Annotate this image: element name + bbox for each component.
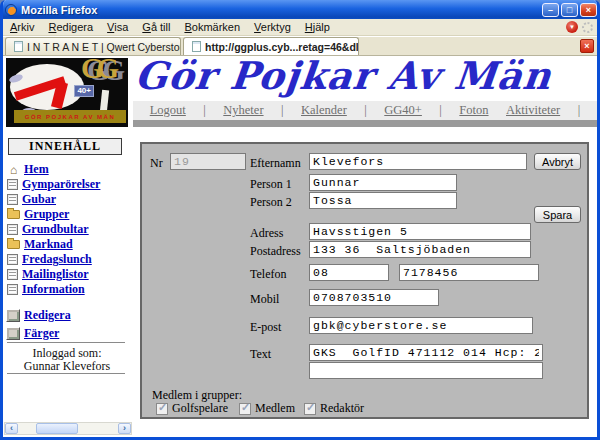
menu-visa[interactable]: Visa <box>100 20 135 34</box>
document-icon <box>7 284 18 295</box>
text-field-1[interactable] <box>309 344 543 361</box>
sidebar-link-mailinglistor[interactable]: Mailinglistor <box>22 267 89 282</box>
menu-ga-till[interactable]: Gå till <box>135 20 177 34</box>
text-label: Text <box>250 347 271 362</box>
sidebar-link-hem[interactable]: Hem <box>24 162 49 177</box>
nav-link-aktiviteter[interactable]: Aktiviteter <box>506 103 560 118</box>
postadress-label: Postadress <box>250 244 301 259</box>
check-icon: ✓ <box>158 401 167 414</box>
sidebar-divider <box>7 342 125 343</box>
checkbox-redaktor[interactable]: ✓ <box>304 403 316 415</box>
sidebar-item-gymparorelser: Gymparörelser <box>7 177 100 192</box>
telefon-label: Telefon <box>250 267 286 282</box>
mobil-label: Mobil <box>250 292 279 307</box>
sidebar-item-gubar: Gubar <box>7 192 100 207</box>
maximize-button[interactable]: □ <box>561 3 578 17</box>
efternamn-field[interactable] <box>309 153 527 170</box>
sidebar-link-gubar[interactable]: Gubar <box>22 192 56 207</box>
menu-bar: Arkiv Redigera Visa Gå till Bokmärken Ve… <box>3 19 597 36</box>
checkbox-medlem[interactable]: ✓ <box>239 403 251 415</box>
sidebar-divider <box>7 373 125 374</box>
person2-field[interactable] <box>309 192 457 209</box>
logo-caption: GÖR POJKAR AV MÄN <box>25 114 116 120</box>
sidebar-link-grupper[interactable]: Grupper <box>24 207 69 222</box>
page-content: GG 40+ GÖR POJKAR AV MÄN INNEHÅLL ⌂ Hem … <box>3 56 597 437</box>
sidebar-item-mailinglistor: Mailinglistor <box>7 267 100 282</box>
sidebar-tools: Redigera Färger <box>6 306 71 342</box>
nav-link-logout[interactable]: Logout <box>150 103 186 118</box>
document-icon <box>7 254 18 265</box>
nav-separator: | <box>281 103 284 118</box>
telefon-nummer-field[interactable] <box>399 264 539 281</box>
checkbox-label: Redaktör <box>320 401 364 416</box>
colors-tool-icon <box>6 327 20 340</box>
sidebar-item-grundbultar: Grundbultar <box>7 222 100 237</box>
sidebar-item-grupper: Grupper <box>7 207 100 222</box>
close-tab-icon[interactable]: × <box>580 39 594 53</box>
folder-icon <box>7 240 20 249</box>
nav-link-nyheter[interactable]: Nyheter <box>223 103 263 118</box>
sidebar-item-redigera: Redigera <box>6 306 71 324</box>
person2-label: Person 2 <box>250 195 292 210</box>
minimize-button[interactable]: – <box>542 3 559 17</box>
postadress-field[interactable] <box>309 241 531 258</box>
menu-verktyg[interactable]: Verktyg <box>247 20 298 34</box>
page-title: Gör Pojkar Av Män <box>132 53 599 101</box>
mobil-field[interactable] <box>309 289 439 306</box>
document-icon <box>7 224 18 235</box>
nr-field <box>170 153 246 170</box>
nav-separator: | <box>439 103 442 118</box>
sidebar-link-gymparorelser[interactable]: Gymparörelser <box>22 177 100 192</box>
nr-label: Nr <box>150 156 163 171</box>
checkbox-label: Golfspelare <box>172 401 228 416</box>
spara-button[interactable]: Spara <box>534 206 581 223</box>
sidebar-link-fredagslunch[interactable]: Fredagslunch <box>22 252 92 267</box>
window-title: Mozilla Firefox <box>21 4 540 16</box>
logo-gg-letters: GG <box>81 58 112 85</box>
tab-label: http://ggplus.cyb...retag=46&dlg=CGI <box>205 41 359 53</box>
sidebar: GG 40+ GÖR POJKAR AV MÄN INNEHÅLL ⌂ Hem … <box>3 56 133 437</box>
sidebar-link-redigera[interactable]: Redigera <box>24 308 71 323</box>
menu-arkiv[interactable]: Arkiv <box>3 20 41 34</box>
update-icon[interactable]: ▼ <box>566 21 578 33</box>
header-divider-bar <box>133 120 597 127</box>
text-field-2[interactable] <box>309 362 543 379</box>
firefox-icon <box>5 4 17 16</box>
sidebar-horizontal-scrollbar[interactable]: ‹ › <box>4 422 132 435</box>
sidebar-item-information: Information <box>7 282 100 297</box>
menu-redigera[interactable]: Redigera <box>41 20 100 34</box>
group-golfspelare: ✓ Golfspelare <box>156 401 228 416</box>
page-icon <box>14 41 23 52</box>
close-button[interactable]: × <box>580 3 597 17</box>
nav-separator: | <box>203 103 206 118</box>
logged-in-user: Gunnar Klevefors <box>3 359 131 374</box>
logo-caption-band: GÖR POJKAR AV MÄN <box>14 110 126 123</box>
person1-field[interactable] <box>309 174 457 191</box>
epost-field[interactable] <box>309 317 533 334</box>
nav-link-gg40[interactable]: GG40+ <box>384 103 422 118</box>
sidebar-link-marknad[interactable]: Marknad <box>24 237 73 252</box>
menu-bokmarken[interactable]: Bokmärken <box>177 20 247 34</box>
menu-hjalp[interactable]: Hjälp <box>298 20 337 34</box>
main-area: Gör Pojkar Av Män Logout | Nyheter | Kal… <box>133 56 597 437</box>
sidebar-link-information[interactable]: Information <box>22 282 85 297</box>
sidebar-link-grundbultar[interactable]: Grundbultar <box>22 222 89 237</box>
scroll-right-icon[interactable]: › <box>118 423 131 434</box>
scrollbar-thumb[interactable] <box>36 423 78 434</box>
avbryt-button[interactable]: Avbryt <box>534 153 581 170</box>
checkbox-golfspelare[interactable]: ✓ <box>156 403 168 415</box>
scroll-left-icon[interactable]: ‹ <box>5 423 18 434</box>
adress-field[interactable] <box>309 223 531 240</box>
nav-link-kalender[interactable]: Kalender <box>301 103 347 118</box>
checkbox-label: Medlem <box>255 401 295 416</box>
sidebar-heading: INNEHÅLL <box>8 138 122 155</box>
group-medlem: ✓ Medlem <box>239 401 295 416</box>
document-icon <box>7 269 18 280</box>
nav-separator: | <box>364 103 367 118</box>
sidebar-item-fredagslunch: Fredagslunch <box>7 252 100 267</box>
telefon-riktnr-field[interactable] <box>309 264 389 281</box>
sidebar-link-farger[interactable]: Färger <box>24 326 59 341</box>
person1-label: Person 1 <box>250 177 292 192</box>
nav-link-foton[interactable]: Foton <box>459 103 488 118</box>
page-icon <box>192 41 201 52</box>
